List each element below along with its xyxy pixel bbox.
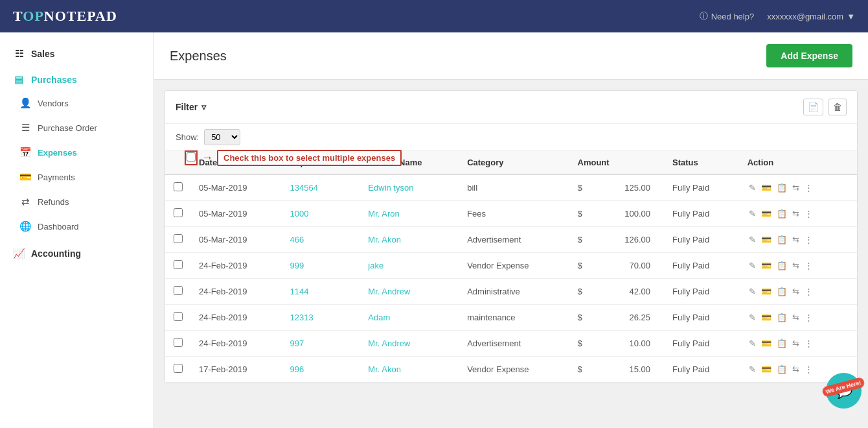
table-row: 05-Mar-2019 1000 Mr. Aron Fees $ 100.00 … xyxy=(165,201,857,227)
sidebar-section-sales[interactable]: ☷ Sales xyxy=(0,39,154,65)
row-checkbox[interactable] xyxy=(174,234,183,243)
more-icon[interactable]: ⋮ xyxy=(803,182,814,194)
sidebar-item-purchase-order[interactable]: ☰ Purchase Order xyxy=(13,115,154,140)
payment-icon[interactable]: 💳 xyxy=(760,233,773,246)
edit-icon[interactable]: ✎ xyxy=(748,363,757,375)
row-action: ✎ 💳 📋 ⇆ ⋮ xyxy=(740,253,857,279)
row-checkbox[interactable] xyxy=(174,260,183,269)
copy-icon[interactable]: 📋 xyxy=(775,208,788,220)
copy-icon[interactable]: 📋 xyxy=(775,233,788,246)
convert-icon[interactable]: ⇆ xyxy=(791,182,801,194)
sidebar-item-dashboard[interactable]: 🌐 Dashboard xyxy=(13,214,154,239)
expense-num-link[interactable]: 1000 xyxy=(290,209,308,219)
show-select[interactable]: 50 10 25 100 xyxy=(204,129,240,145)
convert-icon[interactable]: ⇆ xyxy=(791,208,801,220)
payment-icon[interactable]: 💳 xyxy=(760,259,773,272)
row-amount: $ 26.25 xyxy=(570,305,665,331)
more-icon[interactable]: ⋮ xyxy=(803,363,814,375)
briefcase-icon: 📅 xyxy=(19,147,31,158)
edit-icon[interactable]: ✎ xyxy=(748,311,757,324)
add-expense-button[interactable]: Add Expense xyxy=(766,44,852,67)
more-icon[interactable]: ⋮ xyxy=(803,311,814,324)
row-checkbox-cell xyxy=(165,357,191,383)
expense-num-link[interactable]: 12313 xyxy=(290,313,313,322)
row-status: Fully Paid xyxy=(665,201,740,227)
row-checkbox[interactable] xyxy=(174,286,183,295)
payment-icon[interactable]: 💳 xyxy=(760,311,773,324)
vendor-name-link[interactable]: jake xyxy=(368,261,383,270)
vendor-name-link[interactable]: Mr. Aron xyxy=(368,209,399,219)
edit-icon[interactable]: ✎ xyxy=(748,285,757,298)
sidebar-item-payments[interactable]: 💳 Payments xyxy=(13,165,154,189)
expense-num-link[interactable]: 1144 xyxy=(290,287,308,296)
copy-icon[interactable]: 📋 xyxy=(775,285,788,298)
more-icon[interactable]: ⋮ xyxy=(803,337,814,350)
more-icon[interactable]: ⋮ xyxy=(803,208,814,220)
convert-icon[interactable]: ⇆ xyxy=(791,259,801,272)
edit-icon[interactable]: ✎ xyxy=(748,208,757,220)
payment-icon[interactable]: 💳 xyxy=(760,363,773,375)
sidebar-item-vendors[interactable]: 👤 Vendors xyxy=(13,91,154,115)
copy-icon[interactable]: 📋 xyxy=(775,337,788,350)
payment-icon[interactable]: 💳 xyxy=(760,337,773,350)
row-date: 05-Mar-2019 xyxy=(191,174,282,201)
row-date: 05-Mar-2019 xyxy=(191,201,282,227)
payment-icon[interactable]: 💳 xyxy=(760,208,773,220)
table-row: 24-Feb-2019 997 Mr. Andrew Advertisement… xyxy=(165,331,857,357)
filter-label: Filter ▿ xyxy=(176,102,206,112)
delete-button[interactable]: 🗑 xyxy=(828,99,847,115)
row-checkbox[interactable] xyxy=(174,208,183,217)
vendor-name-link[interactable]: Mr. Akon xyxy=(368,235,401,244)
copy-icon[interactable]: 📋 xyxy=(775,259,788,272)
expense-num-link[interactable]: 996 xyxy=(290,364,304,374)
row-checkbox[interactable] xyxy=(174,338,183,347)
expense-num-link[interactable]: 134564 xyxy=(290,183,317,193)
sidebar-payments-label: Payments xyxy=(38,172,75,182)
row-checkbox[interactable] xyxy=(174,312,183,321)
row-checkbox[interactable] xyxy=(174,182,183,191)
select-all-checkbox[interactable] xyxy=(187,152,196,161)
row-vendor-name: Mr. Akon xyxy=(360,227,459,253)
copy-icon[interactable]: 📋 xyxy=(775,182,788,194)
more-icon[interactable]: ⋮ xyxy=(803,285,814,298)
expense-num-link[interactable]: 466 xyxy=(290,235,304,244)
payment-icon[interactable]: 💳 xyxy=(760,285,773,298)
expense-num-link[interactable]: 999 xyxy=(290,261,304,270)
copy-icon[interactable]: 📋 xyxy=(775,311,788,324)
table-row: 24-Feb-2019 999 jake Vendor Expense $ 70… xyxy=(165,253,857,279)
convert-icon[interactable]: ⇆ xyxy=(791,311,801,324)
edit-icon[interactable]: ✎ xyxy=(748,259,757,272)
user-menu[interactable]: xxxxxxx@gmail.com ▼ xyxy=(767,12,855,21)
convert-icon[interactable]: ⇆ xyxy=(791,233,801,246)
sidebar-item-refunds[interactable]: ⇄ Refunds xyxy=(13,189,154,214)
sidebar-section-purchases[interactable]: ▤ Purchases xyxy=(0,65,154,91)
more-icon[interactable]: ⋮ xyxy=(803,233,814,246)
vendor-name-link[interactable]: Mr. Akon xyxy=(368,364,401,374)
vendor-name-link[interactable]: Adam xyxy=(368,313,390,322)
refund-icon: ⇄ xyxy=(19,196,31,208)
edit-icon[interactable]: ✎ xyxy=(748,337,757,350)
row-date: 24-Feb-2019 xyxy=(191,331,282,357)
row-date: 24-Feb-2019 xyxy=(191,305,282,331)
edit-icon[interactable]: ✎ xyxy=(748,182,757,194)
export-button[interactable]: 📄 xyxy=(803,99,823,115)
need-help[interactable]: ⓘ Need help? xyxy=(700,10,755,22)
convert-icon[interactable]: ⇆ xyxy=(791,285,801,298)
more-icon[interactable]: ⋮ xyxy=(803,259,814,272)
filter-action-icons: 📄 🗑 xyxy=(803,99,847,115)
row-vendor-name: Mr. Akon xyxy=(360,357,459,383)
convert-icon[interactable]: ⇆ xyxy=(791,363,801,375)
row-checkbox[interactable] xyxy=(174,364,183,373)
vendor-name-link[interactable]: Mr. Andrew xyxy=(368,287,410,296)
expense-num-link[interactable]: 997 xyxy=(290,339,304,348)
row-expense-num: 996 xyxy=(282,357,360,383)
vendor-name-link[interactable]: Edwin tyson xyxy=(368,183,413,193)
vendor-name-link[interactable]: Mr. Andrew xyxy=(368,339,410,348)
copy-icon[interactable]: 📋 xyxy=(775,363,788,375)
convert-icon[interactable]: ⇆ xyxy=(791,337,801,350)
sidebar-section-accounting[interactable]: 📈 Accounting xyxy=(0,239,154,265)
payment-icon[interactable]: 💳 xyxy=(760,182,773,194)
card-icon: 💳 xyxy=(19,171,31,183)
sidebar-item-expenses[interactable]: 📅 Expenses xyxy=(13,140,154,165)
edit-icon[interactable]: ✎ xyxy=(748,233,757,246)
